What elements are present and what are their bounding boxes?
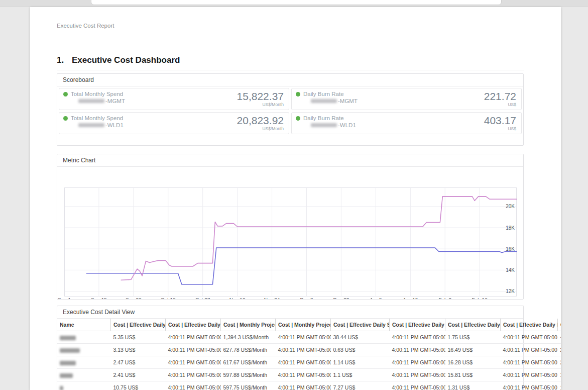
table-cell: 4:00:11 PM GMT-05:00 [166,331,221,344]
x-axis-label: Sep 1 [58,298,71,300]
x-axis-label: Feb 16 [472,298,488,300]
table-cell: 19.43 US$ [558,369,561,381]
metric-card-total-monthly-spend-wld1[interactable]: Total Monthly Spend -WLD1 20,823.92 US$/… [59,112,289,134]
metric-card-daily-burn-rate-mgmt[interactable]: Daily Burn Rate -MGMT 221.72 US$ [291,88,522,110]
card-subtitle: -MGMT [105,98,125,105]
table-cell: 4:00:11 PM GMT-05:00 [390,369,445,381]
status-dot-icon [296,116,300,121]
redacted-text [311,123,337,127]
series-pink-line [121,197,517,280]
report-page: Executive Cost Report 1.Executive Cost D… [30,7,561,390]
redacted-text [60,361,76,365]
x-axis-label: Oct 27 [195,298,210,300]
table-cell: 0.63 US$ [331,344,390,356]
status-dot-icon [63,92,68,96]
column-header-6[interactable]: Cost | Effective Daily Storag… [390,319,445,331]
redacted-text [311,99,337,103]
x-axis-label: Nov 24 [264,298,280,300]
table-cell: 1.75 US$ [445,331,501,344]
table-cell: 597.88 US$/Month [221,369,276,381]
column-header-3[interactable]: Cost | Monthly Projected To… [221,319,276,331]
table-cell: 627.78 US$/Month [221,344,276,356]
table-row[interactable]: 2.47 US$4:00:11 PM GMT-05:00617.67 US$/M… [57,356,561,369]
table-cell: 4:00:11 PM GMT-05:00 [501,381,558,390]
column-header-0[interactable]: Name [57,319,111,331]
redacted-text [60,336,76,340]
table-cell: 3.13 US$ [111,344,166,356]
card-unit: US$/Month [237,102,284,107]
table-cell: 4:00:11 PM GMT-05:00 [501,344,558,356]
browser-chrome-bar [0,0,588,7]
series-blue-line [86,248,517,284]
card-value: 20,823.92 [237,115,284,126]
y-axis-label: 18K [506,225,515,231]
card-title: Total Monthly Spend [71,115,123,122]
x-axis-label: Jan 19 [403,298,418,300]
table-row[interactable]: 2.41 US$4:00:11 PM GMT-05:00597.88 US$/M… [57,369,561,381]
x-axis-label: Sep 15 [91,298,107,300]
column-header-9[interactable]: Cost | Effective Daily… [558,319,561,331]
breadcrumb: Executive Cost Report [57,22,524,29]
table-cell: 2.41 US$ [111,369,166,381]
x-axis-label: Dec 22 [333,298,349,300]
table-cell: 20.01 US$ [558,356,561,369]
card-value: 15,822.37 [237,90,284,102]
column-header-7[interactable]: Cost | Effective Daily Memo… [445,319,501,331]
column-header-8[interactable]: Cost | Effective Daily Memo… [501,319,558,331]
table-cell: 4:00:11 PM GMT-05:00 [501,331,558,344]
table-cell: 4:00:11 PM GMT-05:00 [276,356,331,369]
line-chart-svg[interactable]: 12K14K16K18K20KSep 1Sep 15Sep 29Oct 13Oc… [64,187,517,300]
column-header-1[interactable]: Cost | Effective Daily CPU C… [111,319,166,331]
table-cell: 38.44 US$ [331,331,390,344]
plot-border [65,188,517,297]
cost-detail-table: NameCost | Effective Daily CPU C…Cost | … [57,319,561,390]
table-cell: 16.28 US$ [445,356,501,369]
table-cell: 4:00:11 PM GMT-05:00 [390,356,445,369]
x-axis-label: Nov 10 [229,298,246,300]
redacted-text [78,123,104,127]
name-cell [57,356,111,369]
card-unit: US$ [484,102,516,107]
column-header-2[interactable]: Cost | Effective Daily CPU C… [166,319,221,331]
address-bar[interactable] [91,0,502,5]
redacted-text [60,386,63,390]
table-cell: 16.49 US$ [445,344,501,356]
table-row[interactable]: 5.35 US$4:00:11 PM GMT-05:001,394.3 US$/… [57,331,561,344]
table-row[interactable]: 10.75 US$4:00:11 PM GMT-05:00597.75 US$/… [57,381,561,390]
name-cell [57,369,111,381]
card-title: Total Monthly Spend [71,90,123,98]
table-row[interactable]: 3.13 US$4:00:11 PM GMT-05:00627.78 US$/M… [57,344,561,356]
table-cell: 4:00:11 PM GMT-05:00 [390,344,445,356]
table-cell: 4:00:11 PM GMT-05:00 [166,344,221,356]
x-axis-label: Jan 5 [370,298,382,300]
table-cell: 4:00:11 PM GMT-05:00 [276,369,331,381]
table-cell: 7.27 US$ [331,381,390,390]
section-number: 1. [57,55,72,65]
y-axis-label: 16K [506,246,515,252]
x-axis-label: Sep 29 [126,298,142,300]
table-cell: 4:00:11 PM GMT-05:00 [276,331,331,344]
y-axis-label: 14K [506,267,515,273]
table-cell: 19.44 US$ [558,381,561,390]
table-cell: 1.1 US$ [331,369,390,381]
table-cell: 4:00:11 PM GMT-05:00 [276,344,331,356]
y-axis-label: 20K [506,204,515,209]
column-header-5[interactable]: Cost | Effective Daily Storag… [331,319,390,331]
x-axis-label: Dec 8 [300,298,313,300]
metric-card-total-monthly-spend-mgmt[interactable]: Total Monthly Spend -MGMT 15,822.37 US$/… [59,88,289,110]
scoreboard-panel-title: Scoreboard [57,74,523,86]
table-cell: 45.65 US$ [558,331,561,344]
x-axis-label: Feb 2 [438,298,451,300]
card-title: Daily Burn Rate [303,115,344,122]
card-unit: US$ [484,126,516,131]
table-cell: 1,394.3 US$/Month [221,331,276,344]
redacted-text [60,373,73,378]
column-header-4[interactable]: Cost | Monthly Projected To… [276,319,331,331]
redacted-text [60,348,80,353]
line-chart[interactable]: 12K14K16K18K20KSep 1Sep 15Sep 29Oct 13Oc… [57,187,524,300]
metric-card-daily-burn-rate-wld1[interactable]: Daily Burn Rate -WLD1 403.17 US$ [291,112,522,134]
name-cell [57,381,111,390]
scoreboard-panel: Scoreboard Total Monthly Spend -MGMT 15,… [57,73,524,146]
table-cell: 4:00:11 PM GMT-05:00 [501,369,558,381]
card-value: 403.17 [484,115,516,126]
